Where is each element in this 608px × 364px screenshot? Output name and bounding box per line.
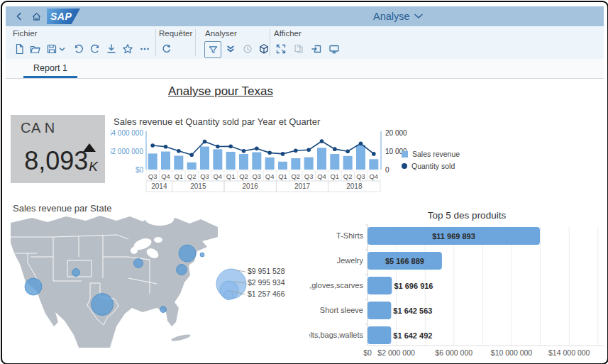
active-tab-indicator	[23, 76, 77, 78]
svg-text:Q3: Q3	[252, 172, 261, 180]
undo-icon[interactable]	[71, 41, 87, 57]
quantity-sold-point	[372, 152, 376, 156]
combo-bars	[148, 145, 379, 170]
download-icon[interactable]	[104, 41, 119, 57]
quantity-sold-point	[164, 145, 168, 149]
display-monitor-icon[interactable]	[326, 41, 342, 57]
hudson-bay	[145, 213, 174, 226]
combo-line	[150, 139, 375, 157]
quantity-sold-point	[346, 149, 350, 153]
svg-text:Q4: Q4	[265, 172, 275, 180]
quantity-sold-swatch	[402, 163, 407, 169]
quantity-sold-point	[281, 152, 285, 156]
top5-x-tick: $14 000 000	[548, 348, 590, 357]
combo-year-axis: 20142015201620172018	[146, 181, 380, 192]
svg-text:Q3: Q3	[200, 172, 209, 180]
bubble-mid-atlantic	[177, 265, 187, 275]
kpi-tile[interactable]: CA N 8,093K	[11, 115, 105, 183]
svg-text:Q1: Q1	[330, 172, 339, 180]
sales-revenue-swatch	[402, 151, 408, 158]
sales-revenue-bar	[356, 145, 365, 170]
sales-revenue-bar	[252, 153, 261, 170]
quantity-sold-point	[359, 142, 363, 146]
svg-text:2016: 2016	[243, 182, 259, 190]
chevron-down-icon	[414, 13, 423, 19]
new-document-icon[interactable]	[11, 41, 27, 57]
sales-revenue-bar	[187, 162, 197, 170]
expand-all-chevrons-icon[interactable]	[223, 41, 238, 57]
svg-text:Q4: Q4	[213, 172, 222, 180]
sap-logo-text: SAP	[47, 11, 72, 22]
top5-value-label: $11 969 893	[432, 232, 475, 241]
top5-bar-chart[interactable]: Top 5 des produitsT-Shirts$11 969 893Jew…	[309, 209, 608, 363]
tab-report-1[interactable]: Report 1	[23, 59, 77, 78]
svg-text:Q1: Q1	[174, 172, 183, 180]
toolbar-group-label-file: Fichier	[13, 29, 38, 38]
combo-chart-title: Sales revenue et Quantity sold par Year …	[114, 116, 320, 127]
favorite-star-icon[interactable]	[120, 41, 136, 57]
legend-item-sales-revenue[interactable]: Sales revenue	[402, 150, 460, 158]
home-icon[interactable]	[28, 9, 44, 24]
map-chart-title: Sales revenue par State	[13, 203, 111, 214]
quantity-sold-point	[150, 143, 155, 148]
svg-text:Q2: Q2	[187, 172, 197, 180]
view-mode-dropdown[interactable]: Analyse	[373, 11, 423, 22]
bubble-texas	[92, 294, 114, 316]
sales-revenue-bar	[200, 147, 209, 170]
bubble-legend-label: $9 951 528	[248, 267, 285, 275]
open-in-window-icon[interactable]	[309, 41, 324, 57]
back-icon[interactable]	[11, 9, 27, 24]
kpi-unit: K	[89, 159, 98, 174]
tab-label: Report 1	[33, 63, 67, 73]
bubble-new-england	[200, 253, 204, 257]
sales-revenue-bar	[226, 152, 236, 170]
sales-revenue-bar	[369, 159, 378, 170]
bubble-illinois	[134, 259, 143, 268]
bubble-legend-label: $1 257 466	[248, 289, 285, 298]
refresh-icon[interactable]	[159, 41, 175, 57]
sales-revenue-bar	[174, 156, 183, 170]
toolbar-group-label-query: Requêter	[159, 29, 192, 38]
sales-revenue-bar	[239, 154, 248, 170]
top5-category-label: Jewelry	[337, 256, 364, 265]
svg-text:Q3: Q3	[304, 172, 314, 180]
quantity-sold-point	[228, 144, 233, 148]
svg-text:Q4: Q4	[161, 172, 170, 180]
top5-value-label: $1 696 916	[394, 282, 433, 290]
svg-text:Q3: Q3	[356, 172, 365, 180]
redo-icon[interactable]	[87, 41, 103, 57]
duplicate-page-icon	[291, 41, 306, 57]
legend-item-quantity-sold[interactable]: Quantity sold	[402, 162, 460, 170]
north-america-landmass	[11, 216, 218, 348]
open-folder-icon[interactable]	[28, 41, 43, 57]
sales-revenue-bar	[278, 162, 287, 170]
svg-text:Q2: Q2	[343, 172, 353, 180]
sales-revenue-bar	[330, 154, 339, 170]
save-dropdown-chevron-icon[interactable]	[57, 41, 66, 57]
top5-bar	[367, 277, 392, 294]
combo-chart-legend: Sales revenue Quantity sold	[402, 150, 460, 174]
svg-text:Q3: Q3	[148, 172, 157, 180]
more-ellipsis-icon[interactable]	[137, 41, 153, 57]
top5-value-label: $1 642 563	[393, 307, 432, 315]
svg-text:Q4: Q4	[369, 172, 378, 180]
svg-text:Q1: Q1	[278, 172, 287, 180]
combo-quarter-axis: Q3Q4Q1Q2Q3Q4Q1Q2Q3Q4Q1Q2Q3Q4Q1Q2Q3Q4	[146, 171, 380, 181]
toolbar-group-label-display: Afficher	[274, 29, 302, 38]
filter-icon[interactable]	[204, 41, 221, 58]
quantity-sold-point	[320, 139, 324, 143]
svg-text:2018: 2018	[346, 182, 363, 190]
quantity-sold-point	[203, 140, 207, 144]
sales-revenue-bar	[343, 156, 353, 170]
top5-category-label: Belts,bags,wallets	[309, 331, 363, 339]
map-chart[interactable]	[11, 213, 218, 348]
svg-text:2015: 2015	[190, 182, 206, 190]
fullscreen-icon[interactable]	[273, 41, 289, 57]
bubble-legend-label: $2 995 934	[248, 278, 285, 287]
sales-revenue-bar	[317, 148, 326, 170]
top5-value-label: $1 642 492	[393, 331, 432, 340]
bubble-florida	[160, 307, 167, 313]
svg-text:2017: 2017	[294, 182, 311, 190]
quantity-sold-point	[189, 153, 194, 157]
history-clock-icon	[240, 41, 255, 57]
